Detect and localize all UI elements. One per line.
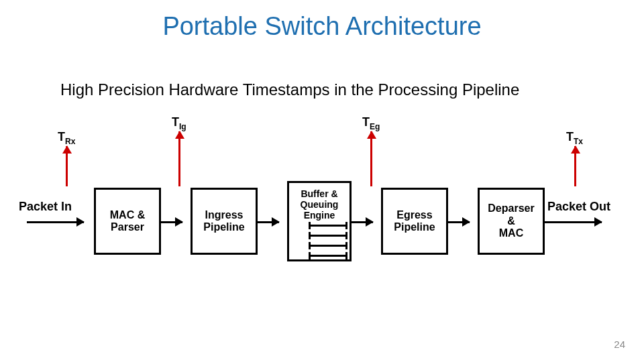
timestamp-label-eg: TEg	[362, 115, 380, 131]
timestamp-arrow-ig	[178, 131, 180, 186]
packet-out-label: Packet Out	[547, 200, 610, 214]
buffer-icon-line	[309, 245, 347, 247]
block-buffer: Buffer & Queuing Engine	[287, 181, 352, 261]
packet-in-label: Packet In	[19, 200, 72, 214]
arrow-2-3	[258, 221, 279, 223]
block-deparser: Deparser & MAC	[478, 188, 545, 255]
arrow-out	[545, 221, 602, 223]
page-number: 24	[614, 339, 625, 350]
arrow-1-2	[161, 221, 182, 223]
timestamp-arrow-eg	[370, 131, 372, 186]
timestamp-arrow-tx	[574, 146, 576, 186]
arrow-3-4	[352, 221, 373, 223]
slide-subtitle: High Precision Hardware Timestamps in th…	[60, 80, 519, 99]
buffer-icon-line	[309, 235, 347, 237]
buffer-icon-line	[309, 255, 347, 257]
block-egress: Egress Pipeline	[381, 188, 448, 255]
block-mac-parser-label: MAC & Parser	[110, 209, 145, 234]
timestamp-label-ig: TIg	[172, 115, 186, 131]
block-deparser-label: Deparser & MAC	[488, 202, 534, 239]
pipeline-diagram: Packet In MAC & Parser Ingress Pipeline …	[40, 121, 604, 282]
block-ingress: Ingress Pipeline	[191, 188, 258, 255]
block-buffer-label: Buffer & Queuing Engine	[301, 188, 339, 221]
timestamp-label-tx: TTx	[566, 130, 583, 146]
block-egress-label: Egress Pipeline	[394, 209, 435, 234]
timestamp-arrow-rx	[66, 146, 68, 186]
arrow-in	[27, 221, 84, 223]
block-ingress-label: Ingress Pipeline	[203, 209, 244, 234]
slide-title: Portable Switch Architecture	[0, 12, 644, 41]
buffer-icon-line	[309, 225, 347, 227]
block-mac-parser: MAC & Parser	[94, 188, 161, 255]
timestamp-label-rx: TRx	[58, 130, 75, 146]
arrow-4-5	[448, 221, 470, 223]
